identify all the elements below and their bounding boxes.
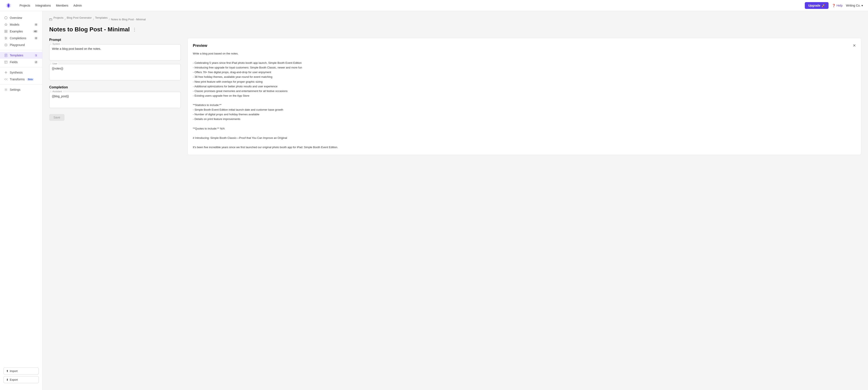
preview-close-button[interactable]: ✕ [853, 43, 856, 48]
breadcrumb-sep-2: / [93, 18, 94, 21]
assistant-label: Assistant [52, 90, 63, 93]
breadcrumb-sep-1: / [65, 18, 66, 21]
export-button[interactable]: ⬇ Export [3, 376, 39, 383]
system-input[interactable] [50, 44, 181, 60]
fields-badge: 2 [34, 61, 38, 64]
sidebar-item-settings[interactable]: Settings [0, 86, 42, 93]
chevron-down-icon: ▾ [861, 4, 863, 7]
preview-header: Preview ✕ [193, 43, 856, 48]
sidebar-item-fields[interactable]: Fields 2 [0, 59, 42, 65]
assistant-field-group: Assistant [49, 92, 181, 108]
sidebar-bottom: ⬆ Import ⬇ Export [0, 364, 42, 387]
examples-badge: 40 [33, 30, 38, 33]
preview-content: Write a blog post based on the notes. - … [193, 51, 856, 150]
svg-point-12 [6, 38, 7, 39]
import-icon: ⬆ [6, 369, 8, 372]
import-button[interactable]: ⬆ Import [3, 367, 39, 375]
models-badge: 0 [34, 23, 38, 26]
completions-badge: 0 [34, 37, 38, 40]
nav-admin[interactable]: Admin [73, 4, 82, 7]
preview-panel: Preview ✕ Write a blog post based on the… [187, 38, 861, 155]
sidebar-item-synthesis[interactable]: Synthesis [0, 69, 42, 76]
topnav-links: Projects Integrations Members Admin [20, 4, 805, 7]
nav-members[interactable]: Members [56, 4, 68, 7]
user-field-group: User [49, 64, 181, 80]
rocket-icon [4, 23, 8, 26]
preview-title: Preview [193, 43, 207, 48]
sidebar-divider-3 [0, 84, 42, 85]
svg-point-13 [5, 39, 6, 39]
system-field-group: System [49, 44, 181, 61]
save-button[interactable]: Save [49, 114, 64, 121]
export-icon: ⬇ [6, 378, 8, 381]
sidebar: Overview Models 0 Examples 40 Completion… [0, 11, 42, 390]
svg-rect-6 [5, 32, 6, 33]
gear-icon [4, 88, 8, 91]
main-content: Projects / Blog Post Generator / Templat… [42, 11, 868, 390]
sidebar-item-completions[interactable]: Completions 0 [0, 35, 42, 41]
beta-badge: Beta [27, 78, 34, 81]
sidebar-item-overview[interactable]: Overview [0, 14, 42, 21]
assistant-input[interactable] [50, 92, 181, 107]
help-circle-icon: ❓ [832, 4, 836, 7]
svg-rect-7 [6, 32, 7, 33]
sidebar-item-templates[interactable]: Templates 1 [0, 52, 42, 59]
sidebar-item-examples[interactable]: Examples 40 [0, 28, 42, 35]
workspace-selector[interactable]: Writing Co. ▾ [846, 4, 863, 7]
svg-rect-5 [6, 30, 7, 31]
svg-rect-4 [5, 30, 6, 31]
table-icon [4, 60, 8, 64]
rocket-icon: 🚀 [822, 4, 825, 7]
upgrade-label: Upgrade [808, 4, 820, 7]
svg-point-23 [5, 89, 7, 90]
play-icon [4, 43, 8, 46]
page-title: Notes to Blog Post - Minimal [49, 26, 130, 33]
app-layout: Overview Models 0 Examples 40 Completion… [0, 11, 868, 390]
user-input[interactable] [50, 64, 181, 79]
user-field-box: User [49, 64, 181, 80]
user-label: User [52, 62, 58, 65]
svg-marker-15 [6, 44, 7, 45]
content-columns: Prompt System User Completion [49, 38, 861, 155]
left-column: Prompt System User Completion [49, 38, 181, 155]
completion-section-title: Completion [49, 86, 181, 89]
svg-rect-20 [5, 61, 7, 63]
close-icon: ✕ [853, 43, 856, 48]
upgrade-button[interactable]: Upgrade 🚀 [805, 2, 829, 9]
breadcrumb-current: Notes to Blog Post - Minimal [111, 18, 146, 21]
assistant-field-box: Assistant [49, 92, 181, 108]
topnav: Projects Integrations Members Admin Upgr… [0, 0, 868, 11]
prompt-section-title: Prompt [49, 38, 181, 42]
nav-projects[interactable]: Projects [20, 4, 30, 7]
breadcrumb-blog-post[interactable]: Blog Post Generator [67, 16, 92, 19]
folder-icon [49, 18, 52, 21]
logo[interactable] [5, 2, 13, 9]
breadcrumb-projects[interactable]: Projects [54, 16, 63, 19]
breadcrumb: Projects / Blog Post Generator / Templat… [49, 16, 861, 23]
grid-icon [4, 30, 8, 33]
sidebar-item-models[interactable]: Models 0 [0, 21, 42, 28]
svg-point-11 [5, 37, 6, 38]
sidebar-item-transforms[interactable]: Transforms Beta [0, 76, 42, 83]
sliders-icon [4, 36, 8, 40]
help-link[interactable]: ❓ Help [832, 4, 842, 7]
sidebar-item-playground[interactable]: Playground [0, 41, 42, 48]
system-field-box: System [49, 44, 181, 61]
breadcrumb-templates[interactable]: Templates [95, 16, 107, 19]
system-label: System [52, 42, 61, 45]
sparkle-icon [4, 71, 8, 74]
breadcrumb-sep-3: / [109, 18, 110, 21]
document-icon [4, 54, 8, 57]
page-title-row: Notes to Blog Post - Minimal ⋮ [49, 26, 861, 33]
circle-icon [4, 16, 8, 20]
more-icon[interactable]: ⋮ [132, 27, 136, 32]
transforms-icon [4, 77, 8, 81]
nav-integrations[interactable]: Integrations [35, 4, 51, 7]
topnav-right: Upgrade 🚀 ❓ Help Writing Co. ▾ [805, 2, 863, 9]
svg-rect-24 [50, 19, 52, 21]
templates-badge: 1 [34, 54, 38, 57]
svg-point-3 [5, 17, 7, 19]
